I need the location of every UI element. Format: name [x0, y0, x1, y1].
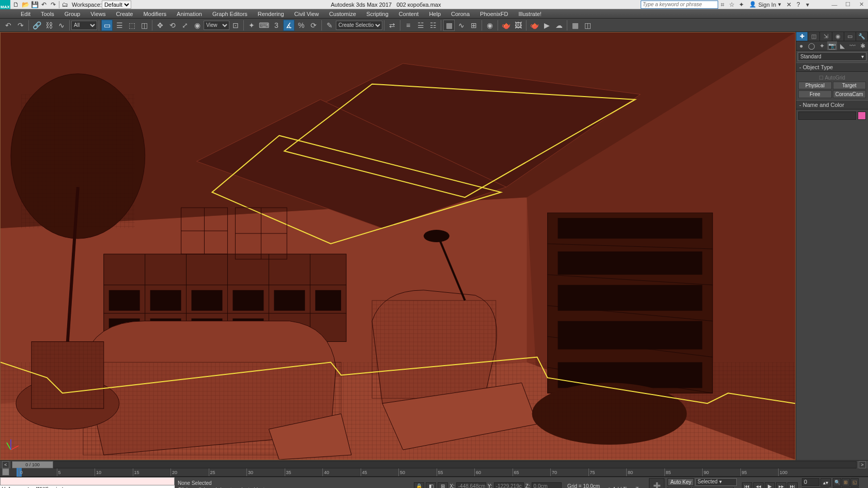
curve-editor-icon[interactable]: ∿	[456, 20, 467, 31]
window-crossing-icon[interactable]: ◫	[138, 20, 150, 31]
qa-new-icon[interactable]: 🗋	[11, 1, 21, 9]
zoom-icon[interactable]: 🔍	[833, 478, 841, 486]
close-button[interactable]: ✕	[855, 1, 868, 9]
play-icon[interactable]: ▶	[765, 482, 775, 489]
menu-edit[interactable]: Edit	[16, 10, 36, 18]
qa-save-icon[interactable]: 💾	[30, 1, 39, 9]
scale-icon[interactable]: ⤢	[179, 20, 191, 31]
time-slider[interactable]: < 0 / 100 >	[0, 460, 868, 468]
sub-lights-icon[interactable]: ✦	[817, 41, 827, 50]
menu-group[interactable]: Group	[59, 10, 86, 18]
goto-start-icon[interactable]: ⏮	[742, 482, 752, 489]
select-name-icon[interactable]: ☰	[114, 20, 125, 31]
rotate-icon[interactable]: ⟲	[167, 20, 178, 31]
qa-project-icon[interactable]: 🗂	[60, 1, 70, 9]
autogrid-checkbox[interactable]: ☐ AutoGrid	[798, 74, 866, 82]
selection-filter[interactable]: All	[71, 21, 97, 30]
move-icon[interactable]: ✥	[154, 20, 166, 31]
add-time-tag[interactable]: ⊕ Add Time Tag	[607, 486, 644, 489]
undo-icon[interactable]: ↶	[3, 20, 14, 31]
named-selection[interactable]: Create Selection Se	[336, 21, 382, 30]
prev-frame-icon[interactable]: ◂◂	[753, 482, 764, 489]
ts-thumb[interactable]: 0 / 100	[12, 461, 53, 468]
goto-end-icon[interactable]: ⏭	[787, 482, 798, 489]
ts-next[interactable]: >	[859, 461, 866, 468]
object-name-input[interactable]	[798, 112, 856, 120]
menu-grapheditors[interactable]: Graph Editors	[207, 10, 253, 18]
menu-tools[interactable]: Tools	[36, 10, 59, 18]
ref-coord[interactable]: View	[204, 21, 229, 30]
align-icon[interactable]: ≡	[402, 20, 414, 31]
snap-toggle-icon[interactable]: 3	[271, 20, 282, 31]
star-icon[interactable]: ☆	[728, 1, 736, 9]
ts-track[interactable]: 0 / 100	[11, 461, 857, 468]
sub-helpers-icon[interactable]: ◣	[837, 41, 847, 50]
sub-shapes-icon[interactable]: ◯	[807, 41, 817, 50]
menu-create[interactable]: Create	[111, 10, 138, 18]
time-ruler[interactable]: 0510152025303540455055606570758085909510…	[0, 468, 868, 477]
keyboard-shortcut-icon[interactable]: ⌨	[258, 20, 270, 31]
btn-free[interactable]: Free	[798, 90, 832, 98]
tab-modify[interactable]: ◫	[808, 32, 820, 41]
search-input[interactable]	[641, 1, 718, 9]
menu-corona[interactable]: Corona	[446, 10, 475, 18]
tab-motion[interactable]: ◉	[832, 32, 844, 41]
category-dropdown[interactable]: Standard▾	[798, 52, 866, 61]
isolate-icon[interactable]: ◧	[426, 482, 436, 489]
bind-icon[interactable]: ∿	[56, 20, 67, 31]
key-mode-dd[interactable]: Selected ▾	[695, 478, 737, 486]
menu-customize[interactable]: Customize	[324, 10, 361, 18]
set-key-big[interactable]: ✚	[649, 478, 664, 488]
help-dd-icon[interactable]: ▾	[803, 1, 812, 9]
ts-prev[interactable]: <	[2, 461, 9, 468]
maximize-button[interactable]: ☐	[841, 1, 855, 9]
z-coord[interactable]: 0,0cm	[532, 482, 562, 488]
menu-civilview[interactable]: Civil View	[289, 10, 324, 18]
current-frame[interactable]: 0	[802, 478, 819, 486]
ribbon-icon[interactable]: ▦	[443, 20, 455, 31]
btn-coronacam[interactable]: CoronaCam	[833, 90, 866, 98]
sub-cameras-icon[interactable]: 📷	[827, 41, 838, 50]
sub-systems-icon[interactable]: ✱	[858, 41, 868, 50]
menu-animation[interactable]: Animation	[172, 10, 207, 18]
redo-icon[interactable]: ↷	[15, 20, 26, 31]
corona-tool2-icon[interactable]: ◫	[582, 20, 593, 31]
menu-phoenixfd[interactable]: PhoenixFD	[475, 10, 513, 18]
coord-mode-icon[interactable]: ⊞	[438, 482, 448, 489]
tab-utilities[interactable]: 🔧	[856, 32, 868, 41]
render-setup-icon[interactable]: 🫖	[500, 20, 512, 31]
menu-modifiers[interactable]: Modifiers	[138, 10, 172, 18]
render-iter-icon[interactable]: ▶	[541, 20, 552, 31]
y-coord[interactable]: -1229,219c	[494, 482, 524, 488]
minimize-button[interactable]: —	[828, 1, 841, 9]
placement-icon[interactable]: ◉	[192, 20, 203, 31]
mirror-icon[interactable]: ⇄	[386, 20, 398, 31]
menu-illustrate[interactable]: Illustrate!	[514, 10, 547, 18]
qa-undo-icon[interactable]: ↶	[39, 1, 49, 9]
link-icon[interactable]: 🔗	[31, 20, 42, 31]
edit-named-sel-icon[interactable]: ✎	[324, 20, 335, 31]
tab-display[interactable]: ▭	[844, 32, 856, 41]
menu-rendering[interactable]: Rendering	[253, 10, 289, 18]
autokey-button[interactable]: Auto Key	[668, 478, 694, 486]
maxscript-input[interactable]	[0, 477, 175, 485]
menu-help[interactable]: Help	[424, 10, 446, 18]
sub-spacewarps-icon[interactable]: 〰	[847, 41, 858, 50]
render-cloud-icon[interactable]: ☁	[553, 20, 565, 31]
layers-icon[interactable]: ☱	[415, 20, 426, 31]
lock-sel-icon[interactable]: 🔒	[414, 482, 424, 489]
spinner-snap-icon[interactable]: ⟳	[308, 20, 319, 31]
color-swatch[interactable]	[858, 112, 866, 120]
tab-create[interactable]: ✚	[796, 32, 808, 41]
schematic-icon[interactable]: ⊞	[468, 20, 479, 31]
select-icon[interactable]: ▭	[101, 20, 113, 31]
render-frame-icon[interactable]: 🖼	[513, 20, 524, 31]
workspace-selector[interactable]: Workspace: Default	[72, 1, 131, 9]
viewport[interactable]: [+] [CoronaCamera001 ] [Standard ] [Clay…	[0, 32, 796, 460]
zoom-all-icon[interactable]: ⊞	[842, 478, 850, 486]
unlink-icon[interactable]: ⛓	[43, 20, 55, 31]
x-coord[interactable]: -448,648cm	[456, 482, 486, 488]
ruler-mode-icon[interactable]	[2, 468, 9, 476]
percent-snap-icon[interactable]: %	[296, 20, 307, 31]
angle-snap-icon[interactable]: ∡	[283, 20, 295, 31]
